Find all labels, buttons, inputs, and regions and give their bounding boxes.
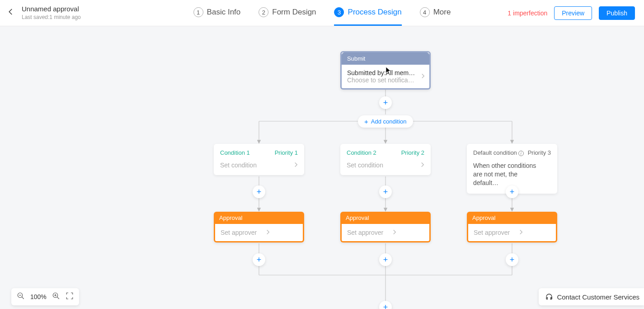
contact-label: Contact Customer Services xyxy=(557,293,639,301)
condition-name: Condition 1 xyxy=(220,149,250,156)
approval-header: Approval xyxy=(214,212,304,224)
tab-label: More xyxy=(433,8,451,17)
condition-body[interactable]: Set condition xyxy=(220,162,298,169)
submit-notification-hint: Choose to set notifica… xyxy=(347,76,424,84)
add-node-button[interactable]: + xyxy=(506,253,518,266)
tab-number: 4 xyxy=(420,7,430,17)
tab-number: 2 xyxy=(259,7,268,17)
plus-icon: + xyxy=(364,118,368,125)
condition-priority: Priority 1 xyxy=(275,149,298,156)
tab-basic-info[interactable]: 1 Basic Info xyxy=(193,0,241,26)
approval-header: Approval xyxy=(340,212,431,224)
chevron-right-icon xyxy=(519,228,523,236)
chevron-right-icon xyxy=(421,72,425,81)
condition-description: When other conditions are not met, the d… xyxy=(473,162,536,186)
approval-node-2[interactable]: Approval Set approver xyxy=(340,212,431,242)
approval-node-1[interactable]: Approval Set approver xyxy=(214,212,304,242)
condition-placeholder: Set condition xyxy=(220,162,257,169)
chevron-right-icon xyxy=(421,162,424,169)
submit-node-body[interactable]: Submitted by:All mem… Choose to set noti… xyxy=(342,65,429,88)
process-canvas[interactable]: Submit Submitted by:All mem… Choose to s… xyxy=(0,26,644,309)
imperfection-count[interactable]: 1 imperfection xyxy=(508,10,547,17)
fit-screen-button[interactable] xyxy=(66,292,74,302)
condition-body[interactable]: Set condition xyxy=(347,162,424,169)
chevron-right-icon xyxy=(393,228,396,236)
publish-button[interactable]: Publish xyxy=(599,6,635,20)
page-title: Unnamed approval xyxy=(22,5,81,13)
condition-priority: Priority 2 xyxy=(401,149,424,156)
approval-body[interactable]: Set approver xyxy=(467,224,557,242)
svg-line-17 xyxy=(57,297,59,299)
add-node-button[interactable]: + xyxy=(506,185,518,198)
add-node-button[interactable]: + xyxy=(379,253,392,266)
add-condition-label: Add condition xyxy=(371,118,407,125)
submit-node-header: Submit xyxy=(342,52,429,65)
tab-label: Process Design xyxy=(348,8,402,17)
last-saved-text: Last saved:1 minute ago xyxy=(22,14,81,20)
chevron-right-icon xyxy=(294,162,298,169)
tab-more[interactable]: 4 More xyxy=(420,0,451,26)
zoom-out-button[interactable] xyxy=(17,292,25,302)
header-left: Unnamed approval Last saved:1 minute ago xyxy=(7,5,142,20)
add-node-button[interactable]: + xyxy=(253,185,265,198)
condition-priority: Priority 3 xyxy=(528,149,551,156)
condition-name: Default conditioni xyxy=(473,149,524,156)
condition-card-2[interactable]: Condition 2 Priority 2 Set condition xyxy=(340,144,431,175)
condition-header: Condition 2 Priority 2 xyxy=(347,149,424,156)
tab-label: Basic Info xyxy=(207,8,241,17)
condition-header: Default conditioni Priority 3 xyxy=(473,149,551,156)
tab-number: 1 xyxy=(193,7,203,17)
add-node-button[interactable]: + xyxy=(253,253,265,266)
zoom-value: 100% xyxy=(30,293,47,300)
page-header: Unnamed approval Last saved:1 minute ago… xyxy=(0,0,644,26)
approval-placeholder: Set approver xyxy=(474,229,517,236)
preview-button[interactable]: Preview xyxy=(554,6,592,20)
approval-header: Approval xyxy=(467,212,557,224)
chevron-right-icon xyxy=(266,228,270,236)
back-button[interactable] xyxy=(7,8,15,18)
tab-form-design[interactable]: 2 Form Design xyxy=(259,0,316,26)
approval-body[interactable]: Set approver xyxy=(340,224,431,242)
condition-name: Condition 2 xyxy=(347,149,376,156)
tab-process-design[interactable]: 3 Process Design xyxy=(334,0,402,26)
tabs: 1 Basic Info 2 Form Design 3 Process Des… xyxy=(193,0,451,26)
header-right: 1 imperfection Preview Publish xyxy=(508,6,635,20)
title-block: Unnamed approval Last saved:1 minute ago xyxy=(22,5,81,20)
approval-placeholder: Set approver xyxy=(347,229,390,236)
approval-node-3[interactable]: Approval Set approver xyxy=(467,212,557,242)
add-node-button[interactable]: + xyxy=(379,185,392,198)
submit-node[interactable]: Submit Submitted by:All mem… Choose to s… xyxy=(340,51,431,90)
contact-support-button[interactable]: Contact Customer Services xyxy=(539,288,644,305)
headset-icon xyxy=(545,293,553,301)
zoom-toolbar: 100% xyxy=(11,288,79,305)
condition-card-1[interactable]: Condition 1 Priority 1 Set condition xyxy=(214,144,304,175)
tab-number: 3 xyxy=(334,7,344,17)
approval-body[interactable]: Set approver xyxy=(214,224,304,242)
add-node-button[interactable]: + xyxy=(379,301,392,309)
tab-label: Form Design xyxy=(272,8,316,17)
zoom-in-button[interactable] xyxy=(52,292,60,302)
condition-header: Condition 1 Priority 1 xyxy=(220,149,298,156)
svg-line-14 xyxy=(22,297,24,299)
add-condition-button[interactable]: + Add condition xyxy=(358,115,413,128)
approval-placeholder: Set approver xyxy=(221,229,264,236)
add-node-button[interactable]: + xyxy=(379,96,392,109)
info-icon[interactable]: i xyxy=(518,151,524,156)
submit-submitted-by: Submitted by:All mem… xyxy=(347,69,424,76)
condition-body: When other conditions are not met, the d… xyxy=(473,162,551,187)
chevron-left-icon xyxy=(7,8,15,16)
condition-placeholder: Set condition xyxy=(347,162,383,169)
